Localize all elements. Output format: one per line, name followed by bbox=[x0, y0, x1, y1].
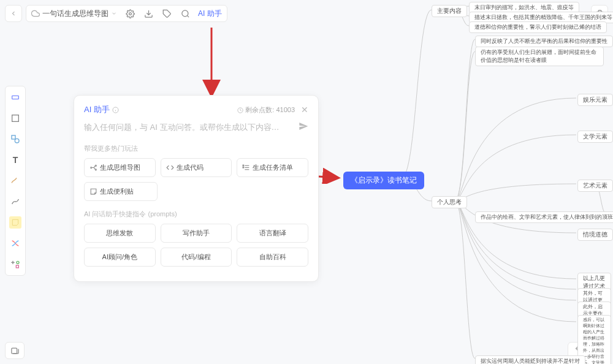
svg-rect-13 bbox=[16, 265, 18, 268]
text-icon: T bbox=[13, 155, 18, 165]
ai-input-row bbox=[84, 121, 308, 133]
svg-line-4 bbox=[187, 15, 189, 17]
plus-shapes-icon bbox=[10, 259, 20, 269]
prompt-writing[interactable]: 写作助手 bbox=[161, 224, 232, 243]
connector-tool[interactable] bbox=[9, 195, 21, 208]
prompt-code[interactable]: 代码/编程 bbox=[161, 248, 232, 267]
code-icon bbox=[166, 164, 174, 172]
chevron-down-icon bbox=[111, 10, 117, 17]
gen-code-button[interactable]: 生成代码 bbox=[161, 158, 232, 177]
node-moral[interactable]: 情境道德 bbox=[577, 229, 613, 241]
svg-rect-29 bbox=[243, 165, 244, 166]
ai-panel-header: AI 助手 剩余点数: 41003 ✕ bbox=[84, 104, 308, 115]
quick-section-label: 帮我更多热门玩法 bbox=[84, 144, 308, 153]
gen-sticky-button[interactable]: 生成便利贴 bbox=[84, 182, 158, 201]
pen-icon bbox=[10, 176, 20, 186]
node-literature[interactable]: 文学元素 bbox=[577, 131, 613, 143]
cloud-icon bbox=[31, 9, 40, 18]
export-button[interactable] bbox=[143, 8, 154, 19]
svg-point-9 bbox=[15, 138, 19, 143]
more-tool[interactable] bbox=[9, 258, 21, 270]
gen-tasklist-button[interactable]: 生成任务清单 bbox=[237, 158, 308, 177]
rectangle-icon bbox=[10, 93, 20, 102]
node-pt1[interactable]: 同时反映了人类不断生态平衡的后果和信仰的重要性 bbox=[475, 36, 613, 47]
svg-rect-6 bbox=[12, 96, 19, 99]
search-icon bbox=[181, 9, 190, 18]
ai-panel: AI 助手 剩余点数: 41003 ✕ 帮我更多热门玩法 生成思维导图 生成代码… bbox=[74, 95, 319, 282]
left-toolbar: T bbox=[5, 86, 26, 276]
credits-value: 41003 bbox=[276, 106, 295, 113]
svg-point-24 bbox=[95, 165, 96, 166]
select-tool[interactable] bbox=[9, 91, 21, 104]
mindmap-icon bbox=[89, 164, 97, 172]
prompt-translate[interactable]: 语言翻译 bbox=[237, 224, 308, 243]
ai-panel-title: AI 助手 bbox=[84, 104, 119, 115]
node-personal[interactable]: 个人思考 bbox=[432, 196, 467, 208]
shapes-icon bbox=[10, 134, 20, 144]
prompt-role[interactable]: AI顾问/角色 bbox=[84, 248, 156, 267]
layers-button[interactable] bbox=[5, 342, 25, 359]
chevron-left-icon bbox=[10, 10, 17, 17]
svg-rect-30 bbox=[243, 167, 244, 168]
node-art[interactable]: 艺术元素 bbox=[577, 180, 613, 192]
prompt-wiki[interactable]: 自助百科 bbox=[237, 248, 308, 267]
info-icon[interactable] bbox=[112, 107, 119, 113]
settings-button[interactable] bbox=[124, 8, 135, 19]
prompts-section-label: AI 问话助手快捷指令 (prompts) bbox=[84, 210, 308, 219]
frame-icon bbox=[10, 113, 20, 123]
pen-tool[interactable] bbox=[9, 175, 21, 187]
frame-tool[interactable] bbox=[9, 112, 21, 124]
svg-point-3 bbox=[181, 10, 188, 16]
doc-title-text: 一句话生成思维导图 bbox=[42, 9, 109, 19]
sticky-icon bbox=[11, 218, 20, 227]
mindmap-root-node[interactable]: 《启示录》读书笔记 bbox=[343, 172, 424, 189]
list-icon bbox=[242, 164, 250, 172]
sticky-note-icon bbox=[89, 188, 97, 195]
xmind-tool[interactable] bbox=[9, 237, 21, 249]
svg-rect-8 bbox=[12, 135, 15, 139]
curve-icon bbox=[10, 197, 20, 207]
svg-point-23 bbox=[91, 167, 92, 168]
export-icon bbox=[144, 9, 153, 18]
svg-point-25 bbox=[95, 169, 96, 170]
text-tool[interactable]: T bbox=[9, 154, 21, 166]
clock-icon bbox=[237, 107, 243, 113]
close-button[interactable]: ✕ bbox=[301, 105, 308, 115]
send-icon bbox=[299, 121, 308, 131]
send-button[interactable] bbox=[299, 121, 308, 133]
doc-title[interactable]: 一句话生成思维导图 bbox=[31, 9, 117, 19]
node-extra5[interactable]: 据实运何周期人类能贬到持读并不是针对 bbox=[475, 355, 585, 364]
tag-button[interactable] bbox=[161, 8, 172, 19]
layers-icon bbox=[10, 346, 20, 355]
top-toolbar: 一句话生成思维导图 AI 助手 bbox=[5, 5, 227, 22]
ai-input[interactable] bbox=[84, 123, 294, 132]
back-button[interactable] bbox=[5, 5, 22, 22]
svg-rect-7 bbox=[12, 115, 19, 122]
top-toolbar-main: 一句话生成思维导图 AI 助手 bbox=[26, 5, 227, 22]
svg-point-12 bbox=[17, 261, 19, 264]
node-art-sub[interactable]: 作品中的绘画、文学和艺术元素，使人律体到到的顶班磁管 bbox=[475, 211, 613, 223]
node-pt2[interactable]: 仍有的享受别人们生日的展翅，面时间提前生命价值的思想响是针在读者眼 bbox=[475, 47, 604, 66]
svg-rect-14 bbox=[11, 348, 17, 354]
ai-credits: 剩余点数: 41003 ✕ bbox=[237, 105, 308, 115]
gear-icon bbox=[126, 9, 135, 18]
node-main-content[interactable]: 主要内容 bbox=[432, 5, 467, 17]
node-music[interactable]: 娱乐元素 bbox=[577, 94, 613, 106]
search-button[interactable] bbox=[180, 8, 191, 19]
annotation-arrow-1 bbox=[202, 25, 221, 98]
ai-assistant-button[interactable]: AI 助手 bbox=[198, 9, 222, 19]
node-mc3[interactable]: 道德和信仰的重要性，警示人们要时刻做己烯的结语 bbox=[469, 21, 607, 33]
cross-lines-icon bbox=[10, 238, 20, 248]
sticky-tool[interactable] bbox=[9, 216, 21, 229]
prompt-diverge[interactable]: 思维发散 bbox=[84, 224, 156, 243]
tag-icon bbox=[162, 9, 172, 18]
svg-point-0 bbox=[129, 12, 131, 15]
shape-tool[interactable] bbox=[9, 133, 21, 145]
gen-mindmap-button[interactable]: 生成思维导图 bbox=[84, 158, 156, 177]
